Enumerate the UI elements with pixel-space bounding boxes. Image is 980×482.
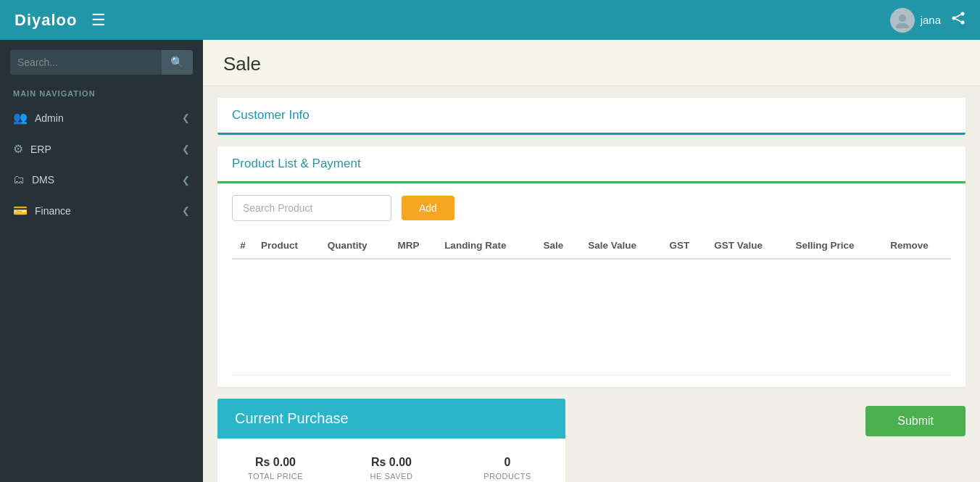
svg-point-0	[899, 14, 906, 22]
saved-label: HE SAVED	[370, 472, 413, 481]
search-input[interactable]	[10, 51, 162, 74]
col-product: Product	[254, 233, 320, 259]
col-selling-price: Selling Price	[789, 233, 884, 259]
erp-icon: ⚙	[13, 142, 23, 156]
sidebar-item-admin-label: Admin	[35, 112, 64, 124]
col-hash: #	[232, 233, 254, 259]
topnav: Diyaloo ☰ jana	[0, 0, 980, 40]
page-title: Sale	[223, 53, 261, 75]
product-search-input[interactable]	[232, 195, 391, 221]
dms-icon: 🗂	[13, 173, 25, 186]
svg-point-3	[952, 17, 956, 20]
brand-title: Diyaloo	[14, 11, 77, 30]
product-search-row: Add	[232, 195, 951, 221]
product-list-body: Add # Product Quantity MRP Landing Rate …	[217, 183, 966, 387]
submit-button[interactable]: Submit	[865, 406, 966, 436]
dms-arrow: ❮	[182, 175, 190, 186]
total-price-label: TOTAL PRICE	[248, 472, 303, 481]
product-list-header: Product List & Payment	[217, 146, 966, 183]
main-content: Sale Customer Info Product List & Paymen…	[203, 40, 980, 482]
svg-point-4	[961, 21, 965, 25]
col-sale: Sale	[536, 233, 581, 259]
product-table: # Product Quantity MRP Landing Rate Sale…	[232, 233, 951, 375]
col-quantity: Quantity	[320, 233, 391, 259]
menu-icon[interactable]: ☰	[91, 11, 106, 30]
products-value: 0	[449, 456, 565, 469]
sidebar: 🔍 MAIN NAVIGATION 👥 Admin ❮ ⚙ ERP ❮ 🗂 DM…	[0, 40, 203, 482]
search-button[interactable]: 🔍	[162, 50, 193, 75]
saved-stat: Rs 0.00 HE SAVED	[333, 450, 449, 483]
avatar	[890, 8, 915, 33]
current-purchase-header: Current Purchase	[217, 399, 565, 439]
products-label: PRODUCTS	[483, 472, 531, 481]
svg-line-5	[955, 14, 960, 17]
sidebar-item-erp[interactable]: ⚙ ERP ❮	[0, 133, 203, 165]
username: jana	[921, 14, 941, 26]
page-header: Sale	[203, 40, 980, 86]
sidebar-item-finance-label: Finance	[35, 205, 71, 217]
sidebar-item-dms[interactable]: 🗂 DMS ❮	[0, 165, 203, 195]
svg-point-1	[896, 23, 909, 28]
sidebar-search-container: 🔍	[0, 40, 203, 82]
col-mrp: MRP	[390, 233, 437, 259]
sidebar-item-erp-label: ERP	[30, 144, 51, 155]
svg-line-6	[955, 19, 960, 22]
share-icon[interactable]	[951, 11, 966, 29]
customer-info-header: Customer Info	[217, 98, 966, 135]
col-remove: Remove	[883, 233, 951, 259]
table-empty-row	[232, 259, 951, 375]
customer-info-card: Customer Info	[217, 98, 966, 135]
product-list-card: Product List & Payment Add # Product Qua…	[217, 146, 966, 387]
col-gst-value: GST Value	[707, 233, 788, 259]
add-product-button[interactable]: Add	[402, 196, 454, 220]
erp-arrow: ❮	[182, 144, 190, 154]
saved-value: Rs 0.00	[333, 456, 449, 469]
finance-icon: 💳	[13, 204, 28, 217]
total-price-stat: Rs 0.00 TOTAL PRICE	[217, 450, 333, 483]
col-sale-value: Sale Value	[581, 233, 662, 259]
products-stat: 0 PRODUCTS	[449, 450, 565, 483]
nav-section-label: MAIN NAVIGATION	[0, 82, 203, 102]
submit-area: Submit	[580, 399, 966, 436]
sidebar-item-admin[interactable]: 👥 Admin ❮	[0, 102, 203, 133]
layout: 🔍 MAIN NAVIGATION 👥 Admin ❮ ⚙ ERP ❮ 🗂 DM…	[0, 40, 980, 482]
current-purchase-body: Rs 0.00 TOTAL PRICE Rs 0.00 HE SAVED 0 P…	[217, 439, 565, 483]
sidebar-item-finance[interactable]: 💳 Finance ❮	[0, 195, 203, 226]
col-landing-rate: Landing Rate	[437, 233, 536, 259]
sidebar-item-dms-label: DMS	[32, 174, 54, 186]
admin-icon: 👥	[13, 111, 28, 125]
current-purchase-card: Current Purchase Rs 0.00 TOTAL PRICE Rs …	[217, 399, 565, 483]
col-gst: GST	[663, 233, 707, 259]
topnav-right: jana	[890, 8, 966, 33]
bottom-section: Current Purchase Rs 0.00 TOTAL PRICE Rs …	[217, 399, 966, 483]
total-price-value: Rs 0.00	[217, 456, 333, 469]
user-info: jana	[890, 8, 941, 33]
admin-arrow: ❮	[182, 112, 190, 123]
svg-point-2	[961, 12, 965, 16]
finance-arrow: ❮	[182, 205, 190, 216]
